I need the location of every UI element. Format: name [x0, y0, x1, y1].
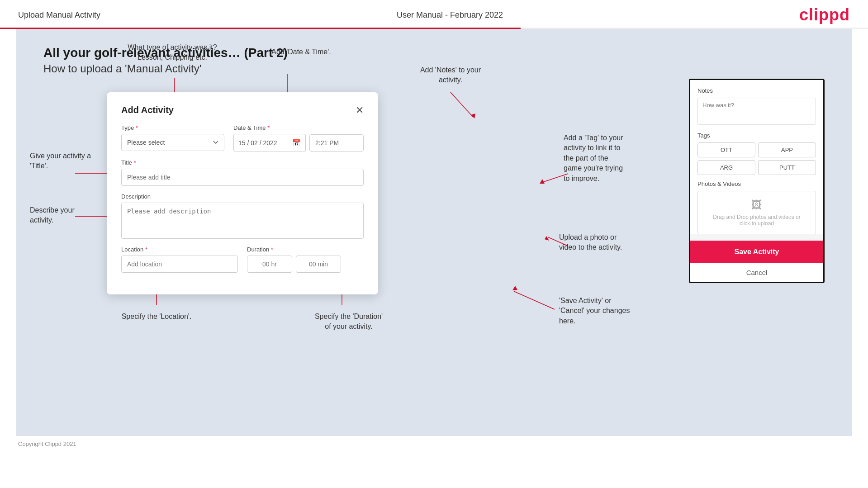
notes-section-label: Notes	[697, 87, 816, 94]
description-textarea[interactable]	[121, 203, 364, 239]
title-label: Title *	[121, 159, 364, 166]
tags-section: Tags OTT APP ARG PUTT	[697, 132, 816, 175]
title-group: Title *	[121, 159, 364, 186]
svg-marker-17	[545, 236, 549, 241]
duration-required-star: *	[271, 246, 273, 253]
duration-inputs	[247, 256, 364, 273]
notes-textarea[interactable]	[697, 98, 816, 125]
photos-placeholder: Drag and Drop photos and videos orclick …	[713, 214, 800, 227]
annotation-save: 'Save Activity' or'Cancel' your changesh…	[559, 296, 668, 326]
photos-upload-area[interactable]: 🖼 Drag and Drop photos and videos orclic…	[697, 191, 816, 234]
type-required-star: *	[136, 124, 138, 131]
datetime-label: Date & Time *	[233, 124, 364, 131]
location-group: Location *	[121, 246, 238, 273]
annotation-photo: Upload a photo orvideo to the activity.	[559, 232, 663, 253]
type-group: Type * Please select	[121, 124, 224, 152]
annotation-notes: Add 'Notes' to youractivity.	[405, 65, 496, 85]
description-group: Description	[121, 193, 364, 239]
copyright-text: Copyright Clippd 2021	[18, 441, 76, 447]
datetime-required-star: *	[267, 124, 270, 131]
dialog-title: Add Activity	[121, 105, 174, 115]
photos-section-label: Photos & Videos	[697, 180, 816, 187]
title-required-star: *	[134, 159, 136, 166]
annotation-tag: Add a 'Tag' to youractivity to link it t…	[564, 133, 668, 184]
datetime-group: Date & Time * 15 / 02 / 2022 📅	[233, 124, 364, 152]
tag-ott[interactable]: OTT	[697, 142, 755, 157]
page-title-center: User Manual - February 2022	[397, 10, 503, 20]
main-content: All your golf-relevant activities… (Part…	[16, 29, 852, 436]
annotation-duration: Specify the 'Duration'of your activity.	[288, 312, 410, 332]
time-input[interactable]	[309, 134, 364, 152]
page-title-left: Upload Manual Activity	[18, 10, 100, 20]
annotation-title: Give your activity a'Title'.	[30, 151, 102, 171]
type-datetime-row: Type * Please select Date & Time * 15 / …	[121, 124, 364, 152]
calendar-icon: 📅	[292, 139, 301, 147]
tag-arg[interactable]: ARG	[697, 160, 755, 175]
top-bar: Upload Manual Activity User Manual - Feb…	[0, 0, 868, 29]
cancel-link[interactable]: Cancel	[690, 263, 823, 282]
date-value: 15 / 02 / 2022	[238, 139, 277, 147]
location-input[interactable]	[121, 256, 238, 273]
type-label: Type *	[121, 124, 224, 131]
duration-min-input[interactable]	[296, 256, 341, 273]
duration-label: Duration *	[247, 246, 364, 253]
logo: clippd	[799, 5, 850, 24]
duration-group: Duration *	[247, 246, 364, 273]
annotation-type: What type of activity was it?Lesson, Chi…	[120, 43, 224, 63]
location-required-star: *	[145, 246, 147, 253]
phone-inner: Notes Tags OTT APP ARG PUTT Photos & Vid…	[690, 80, 823, 234]
annotation-description: Describe youractivity.	[30, 205, 98, 226]
svg-marker-19	[512, 286, 517, 290]
save-activity-button[interactable]: Save Activity	[690, 241, 823, 263]
duration-hr-input[interactable]	[247, 256, 292, 273]
title-input[interactable]	[121, 169, 364, 186]
tag-app[interactable]: APP	[758, 142, 816, 157]
footer: Copyright Clippd 2021	[0, 436, 868, 452]
add-activity-dialog: Add Activity ✕ Type * Please select Date…	[107, 92, 378, 294]
date-input[interactable]: 15 / 02 / 2022 📅	[233, 134, 306, 152]
photos-section: Photos & Videos 🖼 Drag and Drop photos a…	[697, 180, 816, 234]
svg-marker-15	[540, 179, 545, 184]
description-label: Description	[121, 193, 364, 200]
type-select[interactable]: Please select	[121, 134, 224, 151]
annotation-location: Specify the 'Location'.	[111, 312, 202, 322]
phone-panel: Notes Tags OTT APP ARG PUTT Photos & Vid…	[689, 79, 825, 283]
dialog-header: Add Activity ✕	[121, 105, 364, 115]
svg-line-18	[514, 291, 555, 309]
svg-marker-13	[471, 114, 475, 118]
upload-icon: 🖼	[702, 199, 811, 211]
date-time-inputs: 15 / 02 / 2022 📅	[233, 134, 364, 152]
tag-putt[interactable]: PUTT	[758, 160, 816, 175]
tags-section-label: Tags	[697, 132, 816, 139]
location-duration-row: Location * Duration *	[121, 246, 364, 273]
tags-grid: OTT APP ARG PUTT	[697, 142, 816, 175]
annotation-datetime: Add 'Date & Time'.	[256, 47, 346, 57]
close-button[interactable]: ✕	[356, 105, 364, 115]
phone-screen: Notes Tags OTT APP ARG PUTT Photos & Vid…	[689, 79, 825, 283]
location-label: Location *	[121, 246, 238, 253]
svg-line-12	[451, 92, 473, 117]
